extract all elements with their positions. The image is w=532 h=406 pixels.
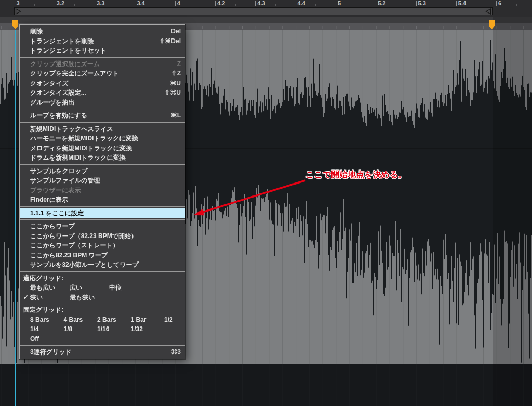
- menu-grid-row: 1/41/81/161/32: [20, 324, 185, 334]
- menu-grid-option[interactable]: ✓狭い: [30, 294, 70, 302]
- menu-grid-option[interactable]: 中位: [109, 284, 149, 292]
- menu-item-label: ハーモニーを新規MIDIトラックに変換: [30, 135, 138, 142]
- ruler-minor-tick: [34, 4, 35, 6]
- menu-item: クリップ選択肢にズームZ: [20, 59, 185, 69]
- menu-item[interactable]: ドラムを新規MIDIトラックに変換: [20, 153, 185, 163]
- menu-item-shortcut: ⇧Z: [172, 70, 181, 77]
- menu-item-label: サンプルを32小節ループとしてワープ: [30, 261, 139, 269]
- beat-time-ruler[interactable]: 33.23.33.444.24.34.455.25.35.46: [0, 0, 532, 17]
- menu-item-label: クリップ選択肢にズーム: [30, 60, 100, 68]
- ruler-label: 4.2: [217, 0, 225, 7]
- menu-grid-option[interactable]: 1/32: [131, 325, 165, 333]
- ruler-label: 3.3: [97, 0, 104, 7]
- menu-grid-option[interactable]: 1/2: [164, 316, 198, 324]
- menu-grid-option[interactable]: 広い: [70, 284, 109, 292]
- menu-item[interactable]: メロディを新規MIDIトラックに変換: [20, 143, 185, 153]
- menu-item[interactable]: トランジェントを削除⇧⌘Del: [20, 36, 185, 46]
- menu-item[interactable]: ループを有効にする⌘L: [20, 111, 185, 121]
- loop-start-triangle-icon: [15, 8, 21, 15]
- menu-item[interactable]: Finderに表示: [20, 195, 185, 205]
- ruler-label: 3.2: [57, 0, 64, 7]
- menu-item[interactable]: クリップを完全にズームアウト⇧Z: [20, 69, 185, 78]
- menu-grid-option[interactable]: Off: [30, 335, 64, 343]
- menu-section: ここからワープここからワープ（82.23 BPMで開始）ここからワープ（ストレー…: [20, 219, 185, 271]
- menu-item[interactable]: ここから82.23 BPM ワープ: [20, 251, 185, 260]
- menu-item-label: 1.1.1 をここに設定: [30, 209, 84, 217]
- menu-item[interactable]: ここからワープ（ストレート）: [20, 241, 185, 251]
- menu-item-label: ここからワープ（ストレート）: [30, 242, 119, 250]
- menu-item-label: 削除: [30, 28, 43, 35]
- menu-grid-option[interactable]: 1/16: [97, 325, 131, 333]
- menu-grid-option[interactable]: 8 Bars: [30, 316, 64, 324]
- menu-item[interactable]: ここからワープ（82.23 BPMで開始）: [20, 231, 185, 241]
- menu-grid-option[interactable]: 1/8: [64, 325, 98, 333]
- menu-item-label: ここからワープ（82.23 BPMで開始）: [30, 232, 137, 240]
- menu-item-shortcut: Z: [177, 60, 181, 68]
- menu-item[interactable]: 削除Del: [20, 27, 185, 36]
- menu-item[interactable]: サンプルをクロップ: [20, 166, 185, 176]
- ruler-minor-tick: [436, 4, 436, 6]
- menu-item-label: クオンタイズ設定...: [30, 89, 86, 97]
- ruler-minor-tick: [195, 4, 195, 6]
- menu-grid-option-label: 8 Bars: [30, 316, 49, 323]
- menu-item-shortcut: ⌘L: [171, 112, 181, 120]
- menu-item[interactable]: ここからワープ: [20, 221, 185, 231]
- menu-grid-row: Off: [20, 334, 185, 344]
- ruler-tick: [456, 1, 457, 6]
- menu-item[interactable]: サンプルファイルの管理: [20, 176, 185, 186]
- ruler-label: 6: [498, 0, 501, 7]
- ruler-tick: [496, 1, 497, 6]
- ruler-label: 5.2: [378, 0, 385, 7]
- loop-brace[interactable]: [14, 7, 493, 15]
- menu-item[interactable]: 3連符グリッド⌘3: [20, 347, 185, 357]
- menu-heading: 適応グリッド:: [20, 273, 185, 283]
- menu-section: サンプルをクロップサンプルファイルの管理ブラウザーに表示Finderに表示: [20, 164, 185, 206]
- menu-grid-option[interactable]: 最も広い: [30, 284, 70, 292]
- ruler-tick: [416, 1, 417, 6]
- menu-grid-option[interactable]: 1/4: [30, 325, 64, 333]
- menu-item[interactable]: クオンタイズ⌘U: [20, 78, 185, 88]
- menu-section: 適応グリッド:最も広い広い中位✓狭い最も狭い固定グリッド:8 Bars4 Bar…: [20, 271, 185, 346]
- menu-item-label: サンプルファイルの管理: [30, 177, 100, 185]
- menu-section: 新規MIDIトラックへスライスハーモニーを新規MIDIトラックに変換メロディを新…: [20, 122, 185, 164]
- menu-item-label: サンプルをクロップ: [30, 167, 88, 175]
- menu-item-label: トランジェントをリセット: [30, 47, 107, 55]
- menu-item-shortcut: ⇧⌘Del: [159, 37, 181, 45]
- ruler-tick: [55, 1, 55, 6]
- menu-section: クリップ選択肢にズームZクリップを完全にズームアウト⇧Zクオンタイズ⌘Uクオンタ…: [20, 57, 185, 109]
- menu-item[interactable]: クオンタイズ設定...⇧⌘U: [20, 88, 185, 98]
- ruler-label: 4: [177, 0, 180, 7]
- ruler-minor-tick: [476, 4, 476, 6]
- menu-grid-option-label: 1/4: [30, 325, 39, 333]
- menu-grid-option-label: Off: [30, 335, 39, 343]
- ruler-minor-tick: [235, 4, 236, 6]
- ruler-tick: [376, 1, 376, 6]
- menu-item[interactable]: 1.1.1 をここに設定: [20, 208, 185, 218]
- menu-grid-option[interactable]: 1 Bar: [131, 316, 165, 324]
- menu-grid-option[interactable]: 最も狭い: [70, 294, 109, 302]
- ruler-tick: [15, 1, 15, 6]
- clip-context-menu: 削除Delトランジェントを削除⇧⌘Delトランジェントをリセットクリップ選択肢に…: [19, 24, 185, 359]
- menu-grid-option[interactable]: 2 Bars: [97, 316, 131, 324]
- menu-item-label: Finderに表示: [30, 196, 68, 204]
- ruler-minor-tick: [115, 4, 115, 6]
- menu-item[interactable]: サンプルを32小節ループとしてワープ: [20, 260, 185, 270]
- ruler-minor-tick: [516, 4, 517, 6]
- menu-grid-option-label: 1/32: [131, 325, 143, 333]
- ruler-label: 3: [17, 0, 20, 7]
- ruler-minor-tick: [396, 4, 396, 6]
- menu-item[interactable]: トランジェントをリセット: [20, 46, 185, 56]
- menu-item[interactable]: ハーモニーを新規MIDIトラックに変換: [20, 134, 185, 143]
- menu-grid-option[interactable]: 4 Bars: [64, 316, 98, 324]
- menu-item-shortcut: ⇧⌘U: [165, 89, 181, 97]
- ruler-label: 5: [338, 0, 341, 7]
- menu-item[interactable]: グルーヴを抽出: [20, 98, 185, 108]
- ruler-tick: [135, 1, 135, 6]
- clip-start-marker-line[interactable]: [15, 30, 16, 406]
- menu-item-label: クリップを完全にズームアウト: [30, 70, 119, 77]
- menu-item[interactable]: 新規MIDIトラックへスライス: [20, 124, 185, 134]
- menu-item-label: ドラムを新規MIDIトラックに変換: [30, 154, 126, 162]
- menu-grid-option-label: 1/8: [64, 325, 73, 333]
- ruler-label: 4.4: [298, 0, 305, 7]
- menu-item-label: グルーヴを抽出: [30, 99, 74, 107]
